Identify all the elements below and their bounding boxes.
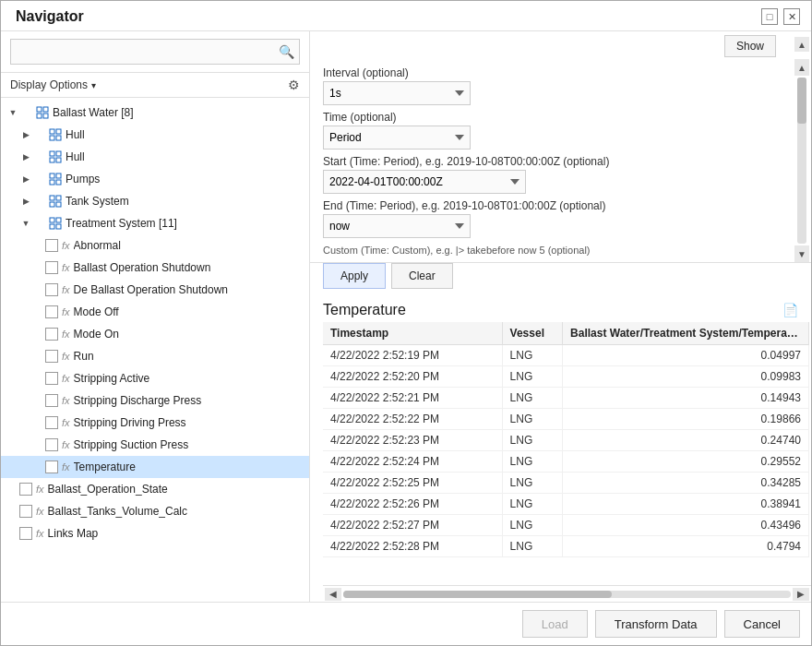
- tree-expand-icon[interactable]: ▶: [19, 130, 32, 139]
- tree-checkbox[interactable]: [45, 328, 58, 341]
- search-input[interactable]: [10, 39, 300, 65]
- tree-item-stripping-discharge[interactable]: fxStripping Discharge Press: [1, 389, 309, 412]
- tree-item-label: De Ballast Operation Shutdown: [74, 283, 228, 296]
- apply-button[interactable]: Apply: [323, 263, 386, 289]
- end-row: End (Time: Period), e.g. 2019-10-08T01:0…: [323, 199, 789, 238]
- form-scroll-track: [797, 78, 806, 244]
- table-row[interactable]: 4/22/2022 2:52:28 PMLNG0.4794: [323, 536, 809, 557]
- tree-checkbox[interactable]: [45, 394, 58, 407]
- form-scroll-down-btn[interactable]: ▼: [794, 245, 809, 262]
- time-select[interactable]: Period Custom: [323, 126, 471, 150]
- col-value: Ballast Water/Treatment System/Temperatu…: [563, 322, 809, 345]
- tree-item-de-ballast-op-shutdown[interactable]: fxDe Ballast Operation Shutdown: [1, 279, 309, 301]
- transform-data-button[interactable]: Transform Data: [595, 610, 717, 638]
- tree-expand-icon[interactable]: ▶: [19, 174, 32, 184]
- tree-expand-icon[interactable]: ▶: [19, 197, 32, 206]
- tree-checkbox[interactable]: [45, 239, 58, 252]
- tree-checkbox[interactable]: [45, 372, 58, 385]
- custom-row: Custom (Time: Custom), e.g. |> takebefor…: [323, 244, 789, 257]
- tree-expand-icon[interactable]: ▶: [19, 152, 32, 162]
- tree-checkbox[interactable]: [19, 505, 32, 518]
- table-row[interactable]: 4/22/2022 2:52:24 PMLNG0.29552: [323, 451, 809, 473]
- tree-checkbox[interactable]: [19, 527, 32, 540]
- export-icon[interactable]: 📄: [782, 303, 798, 317]
- tree-item-ballast-op-shutdown[interactable]: fxBallast Operation Shutdown: [1, 257, 309, 279]
- cell-timestamp: 4/22/2022 2:52:27 PM: [323, 515, 502, 536]
- tree-item-label: Links Map: [48, 527, 99, 540]
- horiz-scroll-left-btn[interactable]: ◀: [325, 588, 341, 601]
- tree-item-abnormal[interactable]: fxAbnormal: [1, 234, 309, 257]
- tree-checkbox[interactable]: [45, 461, 58, 473]
- search-icon-button[interactable]: 🔍: [279, 44, 294, 59]
- tree-item-temperature[interactable]: fxTemperature: [1, 456, 309, 478]
- tree-item-treatment-system[interactable]: ▼Treatment System [11]: [1, 212, 309, 234]
- close-button[interactable]: ✕: [783, 8, 800, 25]
- end-select[interactable]: now custom: [323, 214, 471, 238]
- tree-item-ballast-water[interactable]: ▼Ballast Water [8]: [1, 102, 309, 124]
- tree-grid-icon: [49, 216, 62, 230]
- cancel-button[interactable]: Cancel: [724, 610, 800, 638]
- tree-checkbox[interactable]: [19, 483, 32, 496]
- cell-vessel: LNG: [502, 515, 563, 536]
- tree-checkbox[interactable]: [45, 350, 58, 363]
- form-scroll-up-btn[interactable]: ▲: [794, 59, 809, 76]
- tree-item-label: Hull: [66, 128, 85, 141]
- tree-item-ballast-tanks-vol[interactable]: fxBallast_Tanks_Volume_Calc: [1, 500, 309, 522]
- table-row[interactable]: 4/22/2022 2:52:19 PMLNG0.04997: [323, 345, 809, 366]
- tree-item-links-map[interactable]: fxLinks Map: [1, 522, 309, 544]
- load-button[interactable]: Load: [522, 610, 588, 638]
- start-select[interactable]: 2022-04-01T00:00:00Z: [323, 170, 526, 194]
- tree-container[interactable]: ▼Ballast Water [8]▶Hull▶Hull▶Pumps▶Tank …: [1, 98, 309, 602]
- svg-rect-6: [50, 136, 54, 140]
- display-options-toggle[interactable]: Display Options ▾: [10, 78, 96, 91]
- tree-expand-icon[interactable]: ▼: [19, 219, 32, 228]
- svg-rect-13: [56, 173, 61, 178]
- tree-item-stripping-active[interactable]: fxStripping Active: [1, 367, 309, 389]
- table-row[interactable]: 4/22/2022 2:52:26 PMLNG0.38941: [323, 494, 809, 515]
- start-label: Start (Time: Period), e.g. 2019-10-08T00…: [323, 155, 789, 168]
- end-label: End (Time: Period), e.g. 2019-10-08T01:0…: [323, 199, 789, 212]
- cell-timestamp: 4/22/2022 2:52:19 PM: [323, 345, 502, 366]
- svg-rect-12: [50, 173, 54, 178]
- title-bar-controls: □ ✕: [761, 8, 800, 25]
- cell-value: 0.14943: [563, 388, 809, 409]
- tree-item-run[interactable]: fxRun: [1, 345, 309, 367]
- tree-checkbox[interactable]: [45, 305, 58, 318]
- cell-vessel: LNG: [502, 409, 563, 430]
- tree-fx-icon: fx: [62, 240, 70, 251]
- tree-expand-icon[interactable]: ▼: [6, 108, 19, 117]
- interval-select[interactable]: 1s 5s 10s: [323, 81, 471, 105]
- table-row[interactable]: 4/22/2022 2:52:22 PMLNG0.19866: [323, 409, 809, 430]
- tree-checkbox[interactable]: [45, 438, 58, 451]
- title-bar: Navigator □ ✕: [1, 1, 811, 31]
- horiz-scroll-right-btn[interactable]: ▶: [793, 588, 809, 601]
- settings-icon-button[interactable]: ⚙: [288, 78, 300, 92]
- data-table-wrapper[interactable]: Timestamp Vessel Ballast Water/Treatment…: [323, 322, 809, 585]
- tree-checkbox[interactable]: [45, 283, 58, 296]
- table-row[interactable]: 4/22/2022 2:52:27 PMLNG0.43496: [323, 515, 809, 536]
- clear-button[interactable]: Clear: [391, 263, 453, 289]
- tree-item-label: Stripping Active: [74, 372, 150, 385]
- tree-item-stripping-driving[interactable]: fxStripping Driving Press: [1, 412, 309, 434]
- tree-item-pumps[interactable]: ▶Pumps: [1, 168, 309, 190]
- table-row[interactable]: 4/22/2022 2:52:20 PMLNG0.09983: [323, 366, 809, 388]
- tree-item-hull-2[interactable]: ▶Hull: [1, 146, 309, 168]
- options-form: Interval (optional) 1s 5s 10s Time (opti…: [310, 59, 811, 263]
- tree-item-mode-off[interactable]: fxMode Off: [1, 301, 309, 323]
- tree-item-stripping-suction[interactable]: fxStripping Suction Press: [1, 434, 309, 456]
- tree-checkbox[interactable]: [45, 416, 58, 429]
- tree-item-label: Hull: [66, 150, 85, 163]
- table-row[interactable]: 4/22/2022 2:52:21 PMLNG0.14943: [323, 388, 809, 409]
- tree-item-tank-system[interactable]: ▶Tank System: [1, 190, 309, 212]
- show-button[interactable]: Show: [724, 35, 776, 57]
- tree-checkbox[interactable]: [45, 261, 58, 274]
- tree-item-hull-1[interactable]: ▶Hull: [1, 124, 309, 146]
- tree-grid-icon: [49, 172, 62, 185]
- table-row[interactable]: 4/22/2022 2:52:23 PMLNG0.24740: [323, 430, 809, 451]
- table-row[interactable]: 4/22/2022 2:52:25 PMLNG0.34285: [323, 473, 809, 494]
- minimize-button[interactable]: □: [761, 8, 778, 25]
- right-scroll-up-button[interactable]: ▲: [794, 37, 809, 52]
- tree-item-ballast-op-state[interactable]: fxBallast_Operation_State: [1, 478, 309, 500]
- cell-timestamp: 4/22/2022 2:52:28 PM: [323, 536, 502, 557]
- tree-item-mode-on[interactable]: fxMode On: [1, 323, 309, 345]
